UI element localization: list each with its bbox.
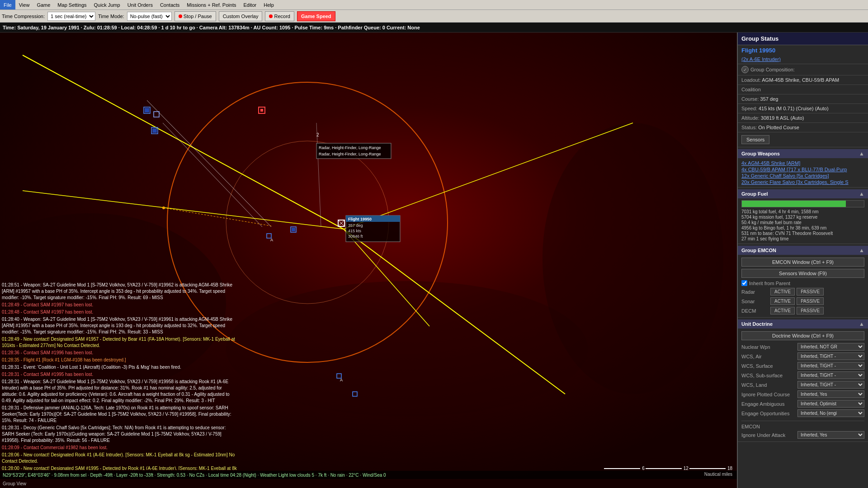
svg-text:Flight 19950: Flight 19950 <box>348 217 372 221</box>
inherit-parent-row: Inherit from Parent <box>741 279 864 287</box>
svg-text:30846 ft: 30846 ft <box>348 234 363 239</box>
menu-file[interactable]: File <box>0 0 15 9</box>
decm-row: DECM ACTIVE PASSIVE <box>741 306 864 315</box>
loadout-value: AGM-45B Shrike, CBU-59/B APAM <box>762 77 839 83</box>
doctrine-section-title[interactable]: Unit Doctrine ▲ <box>738 319 868 328</box>
time-compression-select[interactable]: 1 sec (real-time) 5 sec 15 sec 30 sec <box>47 12 95 21</box>
decm-active-btn[interactable]: ACTIVE <box>770 307 795 314</box>
weapons-collapse-icon: ▲ <box>859 150 864 157</box>
svg-point-3 <box>542 123 723 394</box>
weapon-item-0[interactable]: 4x AGM-45B Shrike [ARM] <box>741 160 864 166</box>
fuel-fly: 27 min 1 sec flying time <box>741 236 864 241</box>
emcon-section-title[interactable]: Group EMCON ▲ <box>738 246 868 255</box>
log-entry: 01:28:31 - Contact SAM #1995 has been lo… <box>2 371 238 378</box>
svg-text:357 deg: 357 deg <box>348 223 363 228</box>
map-area[interactable]: A A Radar, Height-Finder, Long-Range Rad… <box>0 33 737 488</box>
menu-map-settings[interactable]: Map Settings <box>54 0 90 9</box>
time-mode-label: Time Mode: <box>98 14 124 19</box>
fuel-base: 531 nm to base: CVN 71 Theodore Roosevel… <box>741 231 864 236</box>
menu-game[interactable]: Game <box>33 0 54 9</box>
doctrine-label-9: Engage Opportunities <box>741 411 796 416</box>
log-entry: 01:28:51 - Weapon: SA-2T Guideline Mod 1… <box>2 282 238 301</box>
svg-text:415 kts: 415 kts <box>348 229 362 233</box>
radar-active-btn[interactable]: ACTIVE <box>770 288 795 296</box>
weapons-section-title[interactable]: Group Weapons ▲ <box>738 149 868 158</box>
decm-passive-btn[interactable]: PASSIVE <box>797 307 824 314</box>
altitude-section: Altitude: 30819 ft ASL (Auto) <box>738 113 868 123</box>
inherit-parent-checkbox[interactable] <box>741 280 747 286</box>
altitude-label: Altitude: <box>741 115 760 121</box>
doctrine-label-8: Engage Ambiguous <box>741 401 796 407</box>
menu-help[interactable]: Help <box>260 0 278 9</box>
doctrine-section: Unit Doctrine ▲ Doctrine Window (Ctrl + … <box>738 318 868 442</box>
doctrine-select-9[interactable]: Inherted, No (engi <box>797 409 864 417</box>
doctrine-label-6: WCS, Land <box>741 382 796 388</box>
radar-passive-btn[interactable]: PASSIVE <box>797 288 824 296</box>
right-panel: Group Status Flight 19950 (2x A-6E Intru… <box>737 33 868 488</box>
doctrine-label-3: WCS, Air <box>741 354 796 359</box>
weapon-item-3[interactable]: 20x Generic Flare Salvo [3x Cartridges, … <box>741 179 864 185</box>
sonar-active-btn[interactable]: ACTIVE <box>770 297 795 305</box>
log-entry: 01:28:49 - New contact! Designated SAM #… <box>2 336 238 349</box>
doctrine-select-4[interactable]: Inherted, TIGHT - <box>797 362 864 370</box>
emcon-section: Group EMCON ▲ EMCON Window (Ctrl + F9) S… <box>738 244 868 318</box>
fuel-mission: 5704 kg mission fuel, 1327 kg reserve <box>741 215 864 220</box>
doctrine-label-4: WCS, Surface <box>741 363 796 369</box>
fuel-bar-bg <box>741 200 864 207</box>
stop-pause-button[interactable]: Stop / Pause <box>175 11 216 21</box>
doctrine-select-3[interactable]: Inherted, TIGHT - <box>797 352 864 360</box>
emcon-collapse-icon: ▲ <box>859 247 864 253</box>
game-speed-button[interactable]: Game Speed <box>297 11 335 21</box>
coordinate-text: N29°53'29", E48°03'46" · 9.08nm from sel… <box>3 473 386 478</box>
weapon-item-2[interactable]: 12x Generic Chaff Salvo [5x Cartridges] <box>741 173 864 179</box>
fuel-section-title[interactable]: Group Fuel ▲ <box>738 189 868 198</box>
log-entry: 01:28:40 - Weapon: SA-2T Guideline Mod 1… <box>2 316 238 335</box>
svg-rect-17 <box>292 228 295 231</box>
fuel-total: 7031 kg total fuel, 4 hr 4 min, 1588 nm <box>741 209 864 214</box>
loadout-label: Loadout: <box>741 77 761 83</box>
doctrine-select-1[interactable]: Inherted, NOT GR <box>797 343 864 351</box>
sensors-window-button[interactable]: Sensors Window (F9) <box>741 269 864 278</box>
record-button[interactable]: Record <box>265 11 294 21</box>
speed-label: Speed: <box>741 106 757 111</box>
speed-section: Speed: 415 kts (M 0.71) (Cruise) (Auto) <box>738 104 868 113</box>
radar-row: Radar ACTIVE PASSIVE <box>741 287 864 296</box>
emcon-window-button[interactable]: EMCON Window (Ctrl + F9) <box>741 258 864 267</box>
ignore-attack-select[interactable]: Inherted, Yes <box>797 431 864 439</box>
fuel-bar-fill <box>742 201 846 207</box>
doctrine-select-8[interactable]: Inherted, Optimist <box>797 400 864 408</box>
menu-bar: File View Game Map Settings Quick Jump U… <box>0 0 868 10</box>
time-mode-select[interactable]: No-pulse (fast) Pulse <box>127 12 172 21</box>
log-entry: 01:28:31 - Weapon: SA-2T Guideline Mod 1… <box>2 379 238 404</box>
menu-view[interactable]: View <box>15 0 33 9</box>
doctrine-row-6: WCS, Land Inherted, TIGHT - <box>741 380 864 389</box>
sensors-button[interactable]: Sensors <box>741 135 769 144</box>
custom-overlay-button[interactable]: Custom Overlay <box>219 11 263 21</box>
sonar-passive-btn[interactable]: PASSIVE <box>797 297 824 305</box>
log-entry: 01:28:31 - Event: 'Coalition - Unit Lost… <box>2 364 238 371</box>
aircraft-link[interactable]: (2x A-6E Intruder) <box>741 56 781 62</box>
weapons-title-text: Group Weapons <box>741 151 780 156</box>
doctrine-window-button[interactable]: Doctrine Window (Ctrl + F9) <box>741 331 864 340</box>
menu-quick-jump[interactable]: Quick Jump <box>90 0 124 9</box>
doctrine-select-7[interactable]: Inherted, Yes <box>797 390 864 398</box>
log-entry: 01:28:06 - New contact! Designated Rook … <box>2 452 238 465</box>
menu-editor[interactable]: Editor <box>240 0 260 9</box>
doctrine-row-7: Ignore Plotted Course Inherted, Yes <box>741 389 864 399</box>
weapons-section: Group Weapons ▲ 4x AGM-45B Shrike [ARM] … <box>738 147 868 188</box>
time-compression-label: Time Compression: <box>2 14 45 19</box>
doctrine-select-6[interactable]: Inherted, TIGHT - <box>797 381 864 389</box>
menu-unit-orders[interactable]: Unit Orders <box>124 0 156 9</box>
doctrine-rows-container: Nuclear Wpn Inherted, NOT GR WCS, Air In… <box>741 342 864 418</box>
doctrine-label-5: WCS, Sub-surface <box>741 373 796 378</box>
menu-contacts[interactable]: Contacts <box>156 0 183 9</box>
fuel-bingo: 4956 kg to Bingo fuel, 1 hr 38 min, 639 … <box>741 225 864 230</box>
altitude-value: 30819 ft ASL (Auto) <box>761 115 804 121</box>
svg-rect-24 <box>152 128 157 133</box>
weapon-item-1[interactable]: 4x CBU-59/B APAM [717 x BLU-77/B Dual-Pu… <box>741 166 864 173</box>
menu-missions-ref-points[interactable]: Missions + Ref. Points <box>183 0 240 9</box>
coalition-section: Coalition <box>738 85 868 94</box>
status-section: Status: On Plotted Course <box>738 123 868 132</box>
doctrine-label-7: Ignore Plotted Course <box>741 392 796 397</box>
doctrine-select-5[interactable]: Inherted, TIGHT - <box>797 371 864 379</box>
